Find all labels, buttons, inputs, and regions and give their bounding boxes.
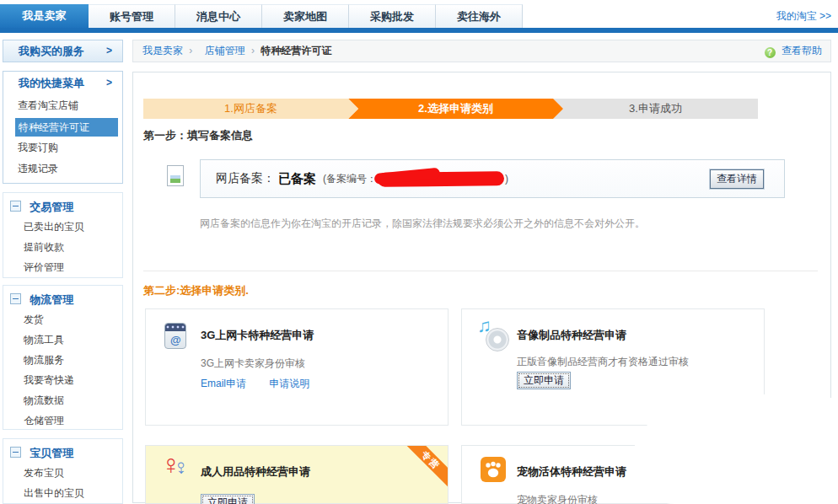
- sidebar-item-logistics-services[interactable]: 物流服务: [3, 350, 122, 370]
- sim-card-icon: @: [164, 323, 186, 349]
- sidebar-item-sold-items[interactable]: 已卖出的宝贝: [3, 217, 122, 237]
- sidebar-item-subscribe[interactable]: 我要订购: [3, 137, 122, 158]
- help-link[interactable]: ? 查看帮助: [765, 40, 822, 62]
- sidebar-item-publish-item[interactable]: 发布宝贝: [3, 463, 122, 483]
- top-nav-tabs: 我是卖家 账号管理 消息中心 卖家地图 采购批发 卖往海外: [0, 4, 523, 28]
- section-item-management: 宝贝管理 发布宝贝 出售中的宝贝: [3, 438, 123, 504]
- paw-icon: [481, 457, 506, 482]
- tab-seller-map[interactable]: 卖家地图: [262, 4, 349, 28]
- gender-icon: ♀ ♂: [163, 453, 193, 490]
- music-note-icon: ♫: [477, 315, 492, 337]
- filing-status-value: 已备案: [278, 171, 316, 187]
- sim-card-icon-glyph: @: [165, 331, 185, 348]
- breadcrumb-current-page: 特种经营许可证: [261, 45, 331, 56]
- help-icon: ?: [765, 47, 776, 58]
- sidebar-item-logistics-tools[interactable]: 物流工具: [3, 330, 122, 350]
- chevron-right-icon: >: [106, 40, 112, 62]
- card-title: 3G上网卡特种经营申请: [201, 328, 314, 343]
- tab-message-center[interactable]: 消息中心: [175, 4, 262, 28]
- sidebar-item-send-express[interactable]: 我要寄快递: [3, 370, 122, 390]
- wizard-step-1: 1.网店备案: [143, 99, 358, 119]
- card-links: Email申请 申请说明: [201, 377, 330, 391]
- broken-image-icon: [167, 165, 184, 186]
- section-title: 宝贝管理: [30, 447, 73, 459]
- sidebar-item-logistics-data[interactable]: 物流数据: [3, 390, 122, 410]
- apply-instructions-link[interactable]: 申请说明: [269, 378, 309, 389]
- collapse-icon[interactable]: [10, 201, 21, 212]
- section-divider: [143, 271, 818, 271]
- card-title: 宠物活体特种经营申请: [517, 464, 626, 480]
- music-cd-icon: ♫: [479, 321, 511, 353]
- section-trade-management: 交易管理 已卖出的宝贝 提前收款 评价管理: [3, 192, 123, 278]
- sim-card-icon-top: [165, 324, 185, 331]
- filing-number-prefix: (备案编号：: [323, 172, 377, 186]
- breadcrumb-separator: ›: [189, 45, 192, 56]
- redacted-filing-number: [378, 171, 504, 187]
- quick-menu-title: 我的快捷菜单: [19, 77, 84, 89]
- sidebar-item-warehouse-management[interactable]: 仓储管理: [3, 410, 122, 431]
- tab-wholesale[interactable]: 采购批发: [349, 4, 436, 28]
- collapse-icon[interactable]: [10, 447, 21, 458]
- apply-now-button[interactable]: 立即申请: [517, 372, 571, 389]
- wizard-step-2: 2.选择申请类别: [348, 99, 563, 119]
- whiteout-smudge: [749, 398, 838, 504]
- apply-card-adult-products: ♀ ♂ 成人用品特种经营申请 立即申请 专营: [145, 445, 449, 504]
- filing-status-box: 网店备案： 已备案 (备案编号： ) 查看详情: [200, 159, 785, 198]
- quick-menu-box: 我的快捷菜单 > 查看淘宝店铺 特种经营许可证 我要订购 违规记录: [3, 71, 123, 184]
- breadcrumb-link-seller-home[interactable]: 我是卖家: [142, 45, 183, 56]
- filing-number-suffix: ): [505, 173, 508, 185]
- section-header: 物流管理: [3, 286, 122, 309]
- sidebar-item-rating-management[interactable]: 评价管理: [3, 257, 122, 277]
- section-header: 交易管理: [3, 193, 122, 217]
- sidebar-item-view-shop[interactable]: 查看淘宝店铺: [3, 95, 122, 116]
- section-logistics-management: 物流管理 发货 物流工具 物流服务 我要寄快递 物流数据 仓储管理: [3, 285, 123, 430]
- filing-label: 网店备案：: [216, 171, 275, 186]
- card-desc: 正版音像制品经营商才有资格通过审核: [517, 355, 689, 369]
- breadcrumb: 我是卖家 › 店铺管理 › 特种经营许可证 ? 查看帮助: [132, 40, 831, 62]
- filing-note: 网店备案的信息作为你在淘宝的开店记录，除国家法律法规要求必须公开之外的信息不会对…: [200, 217, 645, 231]
- view-details-button[interactable]: 查看详情: [710, 169, 764, 189]
- sidebar-item-special-license[interactable]: 特种经营许可证: [15, 118, 118, 137]
- help-link-label: 查看帮助: [782, 45, 822, 56]
- card-title: 音像制品特种经营申请: [517, 328, 626, 343]
- step1-heading: 第一步：填写备案信息: [143, 128, 253, 143]
- image-thumb: [170, 175, 180, 183]
- sidebar-item-ship-goods[interactable]: 发货: [3, 309, 122, 330]
- card-desc: 3G上网卡卖家身份审核: [201, 357, 305, 371]
- quick-menu-header: 我的快捷菜单 >: [3, 72, 122, 95]
- wizard-step-3: 3.申请成功: [553, 99, 758, 119]
- chevron-right-icon: >: [106, 72, 112, 94]
- ribbon-label: 专营: [406, 446, 448, 488]
- section-title: 交易管理: [30, 201, 73, 213]
- breadcrumb-link-shop-management[interactable]: 店铺管理: [205, 45, 245, 56]
- tab-account-management[interactable]: 账号管理: [89, 4, 175, 28]
- step2-heading: 第二步:选择申请类别.: [143, 283, 249, 298]
- corner-ribbon: 专营: [406, 446, 448, 488]
- purchased-services-label: 我购买的服务: [19, 45, 84, 57]
- breadcrumb-separator: ›: [251, 45, 255, 56]
- apply-now-button[interactable]: 立即申请: [201, 494, 255, 504]
- apply-card-3g-sim: @ 3G上网卡特种经营申请 3G上网卡卖家身份审核 Email申请 申请说明: [145, 308, 449, 426]
- card-desc: 宠物卖家身份审核: [517, 493, 598, 504]
- sidebar-item-advance-payment[interactable]: 提前收款: [3, 237, 122, 257]
- seller-center-page: 我是卖家 账号管理 消息中心 卖家地图 采购批发 卖往海外 我的淘宝 >> 我购…: [0, 0, 838, 504]
- section-header: 宝贝管理: [3, 439, 122, 463]
- purchased-services-box[interactable]: 我购买的服务 >: [3, 40, 123, 62]
- email-apply-link[interactable]: Email申请: [201, 378, 246, 389]
- tab-i-am-seller[interactable]: 我是卖家: [0, 4, 89, 28]
- collapse-icon[interactable]: [10, 293, 21, 304]
- my-taobao-link[interactable]: 我的淘宝 >>: [776, 9, 831, 24]
- sidebar-item-violation-record[interactable]: 违规记录: [3, 158, 122, 180]
- sidebar-item-items-on-sale[interactable]: 出售中的宝贝: [3, 483, 122, 503]
- section-title: 物流管理: [30, 293, 73, 306]
- card-title: 成人用品特种经营申请: [201, 464, 310, 480]
- tab-sell-overseas[interactable]: 卖往海外: [436, 4, 523, 28]
